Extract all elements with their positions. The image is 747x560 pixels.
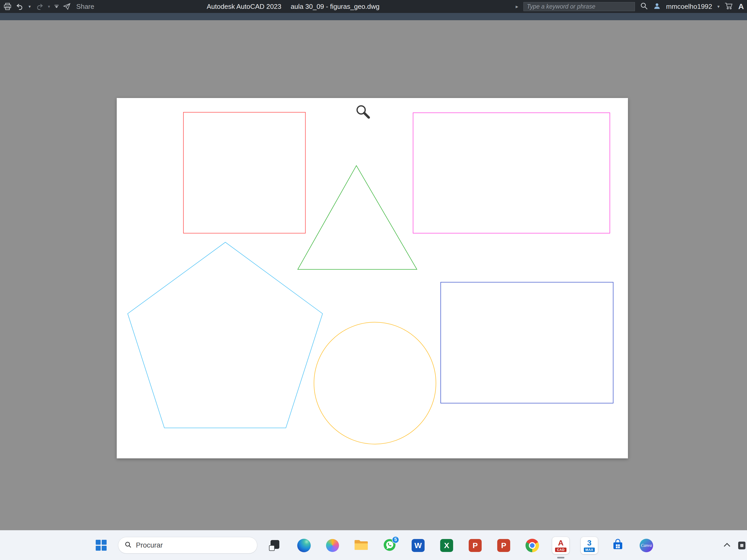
- taskbar-icons: 5 W X P P: [267, 530, 655, 560]
- taskbar-search[interactable]: [118, 537, 257, 554]
- folder-icon: [354, 539, 368, 552]
- windows-logo-icon: [96, 540, 107, 551]
- 3ds-max-icon: 3 MAX: [581, 537, 598, 554]
- taskbar-item-file-explorer[interactable]: [353, 537, 369, 554]
- yellow-circle-shape[interactable]: [314, 322, 436, 444]
- taskbar-item-copilot[interactable]: [324, 537, 341, 554]
- system-tray: [723, 530, 745, 560]
- cart-icon[interactable]: [725, 2, 733, 10]
- undo-icon[interactable]: [16, 3, 24, 10]
- app-title: Autodesk AutoCAD 2023: [207, 3, 281, 10]
- taskbar-item-edge[interactable]: [295, 537, 313, 554]
- canva-icon: Canva: [640, 539, 653, 552]
- word-icon: W: [412, 539, 424, 552]
- titlebar: ▾ ▾ Share Autodesk AutoCAD 2023 au: [0, 0, 747, 13]
- document-title: aula 30_09 - figuras_geo.dwg: [291, 3, 380, 10]
- ribbon-strip: [0, 13, 747, 20]
- taskbar-item-chrome[interactable]: [524, 537, 541, 554]
- taskbar-item-word[interactable]: W: [410, 537, 427, 554]
- start-button[interactable]: [94, 538, 108, 553]
- taskbar: 5 W X P P: [0, 530, 747, 560]
- tray-app-icon[interactable]: [738, 541, 745, 550]
- redo-icon[interactable]: [35, 3, 44, 10]
- whatsapp-notification-badge: 5: [392, 536, 399, 543]
- window-title: Autodesk AutoCAD 2023 aula 30_09 - figur…: [207, 0, 380, 13]
- quick-access-toolbar: ▾ ▾ Share: [4, 0, 94, 13]
- autocad-icon: A CAD: [552, 537, 569, 554]
- microsoft-store-icon: [612, 539, 624, 552]
- taskbar-item-microsoft-store[interactable]: [609, 537, 626, 554]
- taskbar-item-whatsapp[interactable]: 5: [381, 537, 398, 554]
- search-collapse-arrow-icon[interactable]: ▸: [516, 3, 518, 9]
- search-icon[interactable]: [640, 2, 648, 11]
- account-dropdown-icon[interactable]: ▾: [717, 4, 720, 9]
- titlebar-right-tools: ▸ mmcoelho1992 ▾: [516, 0, 744, 13]
- autocad-active-indicator: [557, 557, 564, 558]
- user-avatar-icon[interactable]: [653, 2, 661, 11]
- taskbar-item-canva[interactable]: Canva: [638, 537, 655, 554]
- taskbar-item-3ds-max[interactable]: 3 MAX: [581, 537, 598, 554]
- autodesk-logo-icon[interactable]: A: [738, 2, 744, 11]
- share-label[interactable]: Share: [76, 3, 94, 10]
- share-paper-plane-icon[interactable]: [63, 3, 71, 10]
- copilot-icon: [326, 539, 339, 552]
- taskbar-item-autocad[interactable]: A CAD: [552, 537, 569, 554]
- powerpoint-icon: P: [469, 539, 482, 552]
- chrome-icon: [525, 539, 539, 552]
- blue-rectangle-shape[interactable]: [441, 282, 613, 403]
- edge-icon: [297, 539, 311, 552]
- powerpoint-alt-icon: P: [497, 539, 510, 552]
- undo-dropdown-icon[interactable]: ▾: [28, 4, 31, 9]
- keyword-search-input[interactable]: [523, 2, 635, 11]
- taskbar-item-task-view[interactable]: [267, 537, 284, 554]
- tray-chevron-up-icon[interactable]: [723, 542, 731, 549]
- taskbar-search-input[interactable]: [136, 541, 254, 550]
- green-triangle-shape[interactable]: [298, 166, 417, 269]
- excel-icon: X: [440, 539, 453, 552]
- taskbar-item-powerpoint-alt[interactable]: P: [495, 537, 512, 554]
- taskbar-search-icon: [125, 541, 132, 550]
- taskbar-item-excel[interactable]: X: [438, 537, 455, 554]
- username-label[interactable]: mmcoelho1992: [666, 3, 712, 10]
- drawing-canvas[interactable]: [117, 98, 628, 458]
- red-square-shape[interactable]: [183, 112, 305, 233]
- plot-printer-icon[interactable]: [4, 3, 11, 10]
- screen: ▾ ▾ Share Autodesk AutoCAD 2023 au: [0, 0, 747, 560]
- drawing-workspace: [0, 20, 747, 530]
- redo-dropdown-icon[interactable]: ▾: [48, 4, 50, 9]
- taskbar-item-powerpoint[interactable]: P: [467, 537, 484, 554]
- zoom-cursor-icon: [357, 106, 369, 117]
- magenta-rectangle-shape[interactable]: [413, 113, 610, 233]
- cyan-pentagon-shape[interactable]: [128, 242, 323, 428]
- customize-toolbar-icon[interactable]: [54, 5, 59, 8]
